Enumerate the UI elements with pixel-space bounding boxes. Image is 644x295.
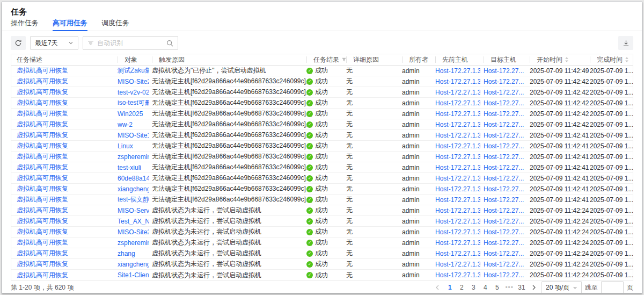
previous-host-link[interactable]: Host-172.27.1.32 [435,271,480,279]
target-host-link[interactable]: Host-172.27... [484,67,524,75]
task-description-link[interactable]: 虚拟机高可用恢复 [17,238,68,247]
object-link[interactable]: 60de88a14... [118,175,149,182]
object-link[interactable]: zspheremim... [118,239,149,247]
previous-host-link[interactable]: Host-172.27.1.30 [435,153,480,161]
task-description-link[interactable]: 虚拟机高可用恢复 [17,66,68,75]
download-button[interactable] [618,36,633,50]
task-description-link[interactable]: 虚拟机高可用恢复 [17,217,68,226]
object-link[interactable]: ww-2 [118,121,133,128]
task-description-link[interactable]: 虚拟机高可用恢复 [17,109,68,118]
previous-host-link[interactable]: Host-172.27.1.32 [435,207,480,214]
task-description-link[interactable]: 虚拟机高可用恢复 [17,174,68,183]
object-link[interactable]: 测试Zaku集... [118,66,149,75]
sort-icon[interactable] [565,56,569,63]
object-link[interactable]: iso-test可删 [118,98,149,107]
previous-host-link[interactable]: Host-172.27.1.32 [435,261,480,268]
task-description-link[interactable]: 虚拟机高可用恢复 [17,260,68,269]
column-header-9[interactable]: 开始时间 [530,55,590,64]
object-link[interactable]: MISO-Site2... [118,78,149,85]
object-link[interactable]: xiangcheng.... [118,185,149,193]
previous-host-link[interactable]: Host-172.27.1.30 [435,132,480,139]
previous-host-link[interactable]: Host-172.27.1.32 [435,228,480,236]
previous-host-link[interactable]: Host-172.27.1.30 [435,185,480,193]
target-host-link[interactable]: Host-172.27... [484,142,524,150]
task-description-link[interactable]: 虚拟机高可用恢复 [17,184,68,193]
tab-ha-tasks[interactable]: 高可用任务 [53,18,87,31]
jump-to-input[interactable] [601,281,624,293]
target-host-link[interactable]: Host-172.27... [484,261,524,268]
page-button-1[interactable]: 1 [445,282,455,293]
object-link[interactable]: Win2025 [118,110,143,118]
target-host-link[interactable]: Host-172.27... [484,175,524,182]
target-host-link[interactable]: Host-172.27... [484,110,524,118]
object-link[interactable]: zspheremim... [118,153,149,161]
target-host-link[interactable]: Host-172.27... [484,218,524,225]
previous-host-link[interactable]: Host-172.27.1.30 [435,99,480,107]
prev-page-button[interactable] [433,282,442,293]
object-link[interactable]: Site1-Client1 [118,271,149,279]
task-description-link[interactable]: 虚拟机高可用恢复 [17,88,68,97]
task-description-link[interactable]: 虚拟机高可用恢复 [17,271,68,280]
previous-host-link[interactable]: Host-172.27.1.30 [435,175,480,182]
target-host-link[interactable]: Host-172.27... [484,78,524,85]
task-description-link[interactable]: 虚拟机高可用恢复 [17,98,68,107]
page-button-4[interactable]: 4 [480,282,490,293]
target-host-link[interactable]: Host-172.27... [484,250,524,257]
task-description-link[interactable]: 虚拟机高可用恢复 [17,77,68,86]
target-host-link[interactable]: Host-172.27... [484,228,524,236]
object-link[interactable]: MISO-Site1... [118,132,149,139]
task-description-link[interactable]: 虚拟机高可用恢复 [17,227,68,236]
object-link[interactable]: test-v2v-02 [118,89,149,96]
column-header-4[interactable]: 任务结果 [306,55,346,64]
page-size-select[interactable]: 20 项/页 [541,281,582,293]
filter-funnel-icon[interactable] [341,57,346,62]
page-button-3[interactable]: 3 [469,282,478,293]
target-host-link[interactable]: Host-172.27... [484,271,524,279]
previous-host-link[interactable]: Host-172.27.1.30 [435,110,480,118]
previous-host-link[interactable]: Host-172.27.1.30 [435,89,480,96]
previous-host-link[interactable]: Host-172.27.1.30 [435,78,480,85]
target-host-link[interactable]: Host-172.27... [484,121,524,128]
target-host-link[interactable]: Host-172.27... [484,89,524,96]
search-icon[interactable] [166,40,173,47]
target-host-link[interactable]: Host-172.27... [484,164,524,171]
target-host-link[interactable]: Host-172.27... [484,132,524,139]
page-button-31[interactable]: 31 [517,282,526,293]
page-button-5[interactable]: 5 [492,282,502,293]
tab-operation-tasks[interactable]: 操作任务 [11,18,39,31]
object-link[interactable]: MISO-Serve... [118,207,149,214]
target-host-link[interactable]: Host-172.27... [484,207,524,214]
previous-host-link[interactable]: Host-172.27.1.30 [435,164,480,171]
object-link[interactable]: test-xiuli [118,164,141,171]
page-button-2[interactable]: 2 [457,282,466,293]
task-description-link[interactable]: 虚拟机高可用恢复 [17,206,68,215]
object-link[interactable]: test-侯文静-... [118,195,149,204]
object-link[interactable]: Linux [118,142,133,150]
previous-host-link[interactable]: Host-172.27.1.30 [435,67,480,75]
target-host-link[interactable]: Host-172.27... [484,239,524,247]
search-input[interactable] [97,39,163,47]
tab-schedule-tasks[interactable]: 调度任务 [101,18,129,31]
date-range-select[interactable]: 最近7天 [30,36,78,50]
task-description-link[interactable]: 虚拟机高可用恢复 [17,131,68,140]
column-header-10[interactable]: 完成时间 [590,55,633,64]
task-description-link[interactable]: 虚拟机高可用恢复 [17,249,68,258]
sort-icon[interactable] [625,56,629,63]
refresh-button[interactable] [11,36,26,50]
previous-host-link[interactable]: Host-172.27.1.30 [435,121,480,128]
next-page-button[interactable] [530,282,538,293]
previous-host-link[interactable]: Host-172.27.1.32 [435,250,480,257]
previous-host-link[interactable]: Host-172.27.1.32 [435,239,480,247]
target-host-link[interactable]: Host-172.27... [484,185,524,193]
target-host-link[interactable]: Host-172.27... [484,153,524,161]
task-description-link[interactable]: 虚拟机高可用恢复 [17,195,68,204]
object-link[interactable]: MISO-Site2... [118,228,149,236]
task-description-link[interactable]: 虚拟机高可用恢复 [17,141,68,150]
object-link[interactable]: zhang [118,250,135,257]
target-host-link[interactable]: Host-172.27... [484,196,524,204]
task-description-link[interactable]: 虚拟机高可用恢复 [17,120,68,129]
object-link[interactable]: xiangcheng.... [118,261,149,268]
object-link[interactable]: Test_AX_Na... [118,218,149,225]
task-description-link[interactable]: 虚拟机高可用恢复 [17,152,68,161]
previous-host-link[interactable]: Host-172.27.1.32 [435,218,480,225]
